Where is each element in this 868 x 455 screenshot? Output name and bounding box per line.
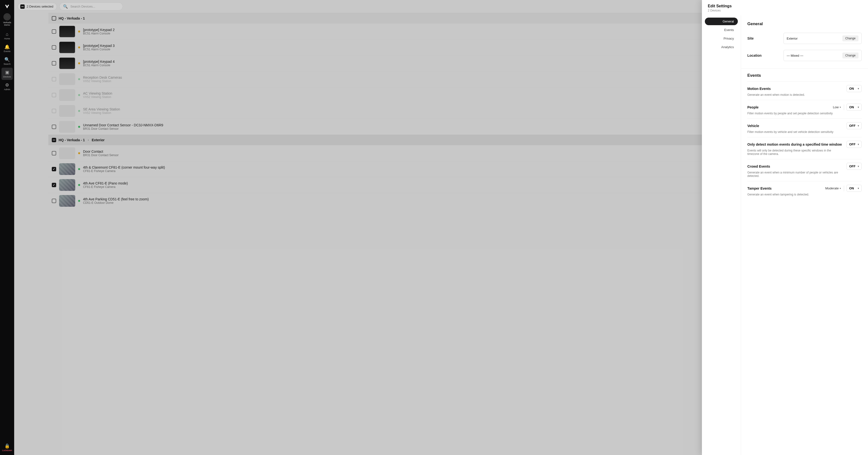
device-row[interactable]: [prototype] Keypad 4BC51 Alarm Console bbox=[49, 55, 702, 71]
breadcrumb-segment[interactable]: HQ - Verkada - 1 bbox=[59, 138, 85, 142]
row-text: [prototype] Keypad 3BC51 Alarm Console bbox=[83, 44, 115, 51]
device-subtitle: BR31 Door Contact Sensor bbox=[83, 153, 119, 157]
home-icon: ⌂ bbox=[6, 32, 8, 37]
device-row[interactable]: Unnamed Door Contact Sensor - DC3J-NMXX-… bbox=[49, 119, 702, 134]
group-header[interactable]: HQ - Verkada - 1›Exterior bbox=[49, 134, 702, 145]
people-toggle[interactable]: ON ▾ bbox=[846, 103, 862, 111]
breadcrumb-segment[interactable]: HQ - Verkada - 1 bbox=[59, 17, 85, 20]
crowd-desc: Generate an event when a minimum number … bbox=[747, 171, 840, 178]
tab-events[interactable]: Events bbox=[705, 26, 738, 34]
timewindow-toggle[interactable]: OFF ▾ bbox=[846, 141, 862, 148]
nav-devices[interactable]: ▣ Devices bbox=[1, 68, 13, 80]
nav-search[interactable]: 🔍 Search bbox=[1, 55, 13, 67]
device-row[interactable]: 4th & Claremont CF81-E (corner mount fou… bbox=[49, 161, 702, 177]
status-dot bbox=[78, 31, 80, 32]
main-area: 2 Devices selected 🔍 HQ - Verkada - 1[pr… bbox=[14, 0, 702, 455]
row-checkbox[interactable] bbox=[52, 199, 56, 203]
row-text: 4th Ave Parking CD51-E (feel free to zoo… bbox=[83, 197, 149, 205]
device-row[interactable]: [prototype] Keypad 2BC51 Alarm Console bbox=[49, 24, 702, 39]
group-checkbox[interactable] bbox=[52, 138, 56, 142]
row-checkbox[interactable] bbox=[52, 183, 56, 187]
group-header[interactable]: HQ - Verkada - 1 bbox=[49, 13, 702, 24]
row-text: Door ContactBR31 Door Contact Sensor bbox=[83, 150, 119, 157]
tab-privacy[interactable]: Privacy bbox=[705, 35, 738, 42]
device-row[interactable]: Door ContactBR31 Door Contact Sensor bbox=[49, 145, 702, 161]
device-title: Door Contact bbox=[83, 150, 119, 153]
status-dot bbox=[78, 47, 80, 49]
lock-icon: 🔒 bbox=[4, 443, 10, 449]
nav-home[interactable]: ⌂ Home bbox=[1, 30, 13, 42]
tamper-toggle[interactable]: ON ▾ bbox=[846, 185, 862, 192]
row-checkbox[interactable] bbox=[52, 167, 56, 171]
device-row[interactable]: 4th Ave CF81-E (Pano mode)CF81-E Fisheye… bbox=[49, 177, 702, 193]
location-box[interactable]: — Mixed — Change bbox=[783, 50, 862, 61]
search-input[interactable] bbox=[70, 5, 118, 8]
timewindow-title: Only detect motion events during a speci… bbox=[747, 143, 842, 146]
topbar: 2 Devices selected 🔍 bbox=[14, 0, 702, 13]
nav-events[interactable]: 🔔 Events bbox=[1, 42, 13, 55]
device-thumbnail bbox=[59, 195, 75, 207]
chevron-down-icon: ▾ bbox=[858, 124, 859, 127]
row-checkbox[interactable] bbox=[52, 45, 56, 50]
nav-admin[interactable]: ⚙ Admin bbox=[1, 81, 13, 93]
group-checkbox[interactable] bbox=[52, 16, 56, 21]
nav-lockdown[interactable]: 🔒 Lockdown bbox=[2, 441, 12, 455]
tamper-title: Tamper Events bbox=[747, 186, 772, 190]
row-checkbox[interactable] bbox=[52, 61, 56, 65]
device-row[interactable]: 4th Ave Parking CD51-E (feel free to zoo… bbox=[49, 193, 702, 209]
site-box[interactable]: Exterior Change bbox=[783, 33, 862, 44]
row-checkbox[interactable] bbox=[52, 77, 56, 81]
settings-panel: Edit Settings 2 Devices General Events P… bbox=[702, 0, 868, 455]
setting-vehicle: Vehicle OFF ▾ Filter motion events by ve… bbox=[747, 119, 862, 137]
location-change-button[interactable]: Change bbox=[842, 53, 859, 58]
device-row[interactable]: SE Area Viewing StationVX52 Viewing Stat… bbox=[49, 103, 702, 119]
selection-pill[interactable]: 2 Devices selected bbox=[18, 3, 57, 10]
row-checkbox[interactable] bbox=[52, 151, 56, 155]
status-dot bbox=[78, 126, 80, 128]
org-label: Verkada Demo bbox=[0, 22, 14, 26]
row-text: Unnamed Door Contact Sensor - DC3J-NMXX-… bbox=[83, 123, 163, 130]
row-checkbox[interactable] bbox=[52, 93, 56, 97]
people-level-select[interactable]: Low ▾ bbox=[832, 104, 841, 110]
panel-content[interactable]: General Site Exterior Change Location — … bbox=[741, 15, 868, 455]
device-title: [prototype] Keypad 4 bbox=[83, 60, 115, 64]
crowd-toggle[interactable]: OFF ▾ bbox=[846, 163, 862, 170]
brand-logo[interactable] bbox=[3, 3, 11, 10]
motion-title: Motion Events bbox=[747, 87, 771, 91]
org-avatar[interactable] bbox=[3, 13, 11, 21]
search-icon: 🔍 bbox=[63, 4, 68, 9]
setting-crowd: Crowd Events OFF ▾ Generate an event whe… bbox=[747, 159, 862, 181]
panel-title: Edit Settings bbox=[708, 4, 862, 8]
row-text: SE Area Viewing StationVX52 Viewing Stat… bbox=[83, 107, 120, 115]
status-dot bbox=[78, 94, 80, 96]
device-subtitle: BC51 Alarm Console bbox=[83, 48, 115, 51]
site-change-button[interactable]: Change bbox=[842, 35, 859, 41]
device-subtitle: BR31 Door Contact Sensor bbox=[83, 127, 163, 130]
search-pill[interactable]: 🔍 bbox=[59, 2, 123, 10]
breadcrumb-segment[interactable]: Exterior bbox=[92, 138, 104, 142]
motion-toggle[interactable]: ON ▾ bbox=[846, 85, 862, 92]
device-row[interactable]: [prototype] Keypad 3BC51 Alarm Console bbox=[49, 39, 702, 55]
device-thumbnail bbox=[59, 105, 75, 117]
people-desc: Filter motion events by people and set p… bbox=[747, 112, 840, 115]
row-checkbox[interactable] bbox=[52, 29, 56, 34]
row-checkbox[interactable] bbox=[52, 109, 56, 113]
tamper-level-select[interactable]: Moderate ▾ bbox=[825, 185, 841, 191]
chevron-down-icon: ▾ bbox=[840, 187, 841, 190]
device-thumbnail bbox=[59, 26, 75, 37]
vehicle-toggle[interactable]: OFF ▾ bbox=[846, 122, 862, 129]
tab-analytics[interactable]: Analytics bbox=[705, 43, 738, 51]
device-thumbnail bbox=[59, 179, 75, 191]
tab-general[interactable]: General bbox=[705, 18, 738, 25]
setting-people: People Low ▾ ON ▾ Filter motion events b bbox=[747, 100, 862, 119]
device-title: [prototype] Keypad 3 bbox=[83, 44, 115, 48]
device-list[interactable]: HQ - Verkada - 1[prototype] Keypad 2BC51… bbox=[14, 13, 702, 455]
vertical-divider bbox=[844, 104, 844, 110]
device-row[interactable]: AC Viewing StationVX52 Viewing Station bbox=[49, 87, 702, 103]
row-checkbox[interactable] bbox=[52, 125, 56, 129]
device-row[interactable]: Reception Desk CamerasVX52 Viewing Stati… bbox=[49, 71, 702, 87]
status-dot bbox=[78, 62, 80, 64]
status-dot bbox=[78, 184, 80, 186]
device-thumbnail bbox=[59, 121, 75, 133]
chevron-right-icon: › bbox=[88, 138, 89, 142]
